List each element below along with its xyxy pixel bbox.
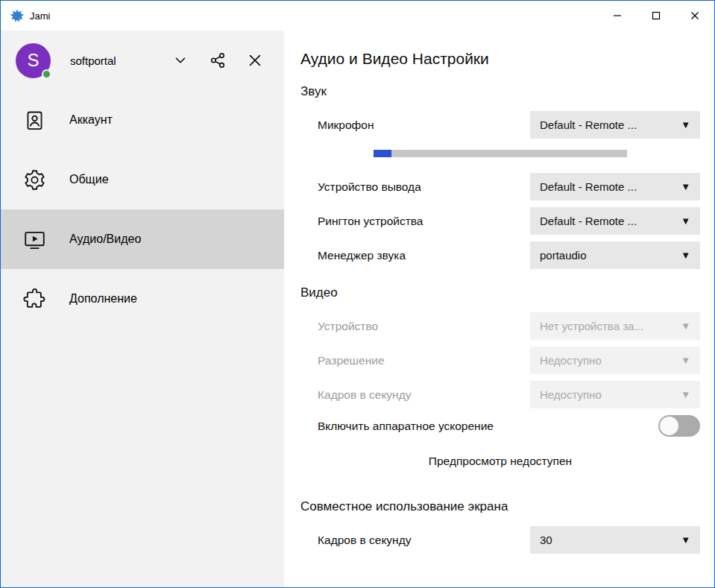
window-title: Jami xyxy=(30,10,50,22)
page-title: Аудио и Видео Настройки xyxy=(300,50,700,68)
screen-share-heading: Совместное использование экрана xyxy=(300,499,700,514)
chevron-down-icon: ▼ xyxy=(681,215,690,227)
audio-manager-label: Менеджер звука xyxy=(318,249,406,262)
window-body: S softportal xyxy=(1,31,714,588)
sidebar-item-plugin[interactable]: Дополнение xyxy=(1,269,284,329)
chevron-down-icon: ▼ xyxy=(681,355,690,366)
video-fps-select: Недоступно ▼ xyxy=(530,381,700,408)
video-device-row: Устройство Нет устройства за... ▼ xyxy=(300,312,700,340)
video-fps-value: Недоступно xyxy=(540,388,675,401)
sidebar-item-account[interactable]: Аккаунт xyxy=(1,90,284,150)
presence-indicator xyxy=(42,69,51,79)
minimize-button[interactable] xyxy=(598,1,637,31)
preview-unavailable-text: Предпросмотр недоступен xyxy=(300,455,700,468)
mic-level-fill xyxy=(374,150,391,157)
video-fps-label: Кадров в секунду xyxy=(318,388,411,402)
hw-accel-toggle[interactable] xyxy=(658,415,700,437)
avatar[interactable]: S xyxy=(16,43,51,78)
sidebar-item-label: Общие xyxy=(69,173,109,186)
resolution-select: Недоступно ▼ xyxy=(530,347,700,374)
video-device-select: Нет устройства за... ▼ xyxy=(530,312,700,340)
video-device-value: Нет устройства за... xyxy=(540,320,675,332)
close-settings-icon[interactable] xyxy=(247,52,263,69)
hw-accel-row: Включить аппаратное ускорение xyxy=(300,415,700,437)
microphone-select[interactable]: Default - Remote ... ▼ xyxy=(530,111,700,139)
account-actions xyxy=(172,52,263,69)
toggle-knob xyxy=(660,417,678,435)
jami-window: Jami S softportal xyxy=(0,0,715,588)
audio-manager-value: portaudio xyxy=(540,249,675,262)
avatar-letter: S xyxy=(27,50,39,71)
jami-logo-icon xyxy=(10,8,25,23)
chevron-down-icon: ▼ xyxy=(681,250,690,261)
audio-manager-row: Менеджер звука portaudio ▼ xyxy=(300,241,700,269)
screen-share-fps-select[interactable]: 30 ▼ xyxy=(530,526,700,554)
sidebar-item-general[interactable]: Общие xyxy=(1,150,284,209)
settings-content: Аудио и Видео Настройки Звук Микрофон De… xyxy=(284,31,714,588)
chevron-down-icon: ▼ xyxy=(681,534,690,546)
audio-manager-select[interactable]: portaudio ▼ xyxy=(530,241,700,269)
audio-section-heading: Звук xyxy=(300,84,700,99)
screen-share-fps-value: 30 xyxy=(540,534,675,546)
close-button[interactable] xyxy=(675,1,714,31)
titlebar: Jami xyxy=(1,1,714,31)
plugin-puzzle-icon xyxy=(23,288,48,311)
screen-share-fps-row: Кадров в секунду 30 ▼ xyxy=(300,526,700,554)
resolution-row: Разрешение Недоступно ▼ xyxy=(300,347,700,374)
chevron-down-icon: ▼ xyxy=(681,119,690,130)
share-icon[interactable] xyxy=(210,52,226,69)
account-name: softportal xyxy=(70,54,116,67)
chevron-down-icon: ▼ xyxy=(681,320,690,332)
settings-sidebar: S softportal xyxy=(1,31,284,588)
video-section-heading: Видео xyxy=(300,285,700,300)
mic-level-meter xyxy=(374,150,627,157)
ringtone-device-row: Рингтон устройства Default - Remote ... … xyxy=(300,207,700,235)
output-device-value: Default - Remote ... xyxy=(540,180,675,193)
ringtone-device-value: Default - Remote ... xyxy=(540,215,675,227)
chevron-down-icon: ▼ xyxy=(681,389,690,400)
sidebar-item-label: Дополнение xyxy=(69,292,137,306)
sidebar-item-label: Аудио/Видео xyxy=(69,233,141,246)
resolution-label: Разрешение xyxy=(318,354,385,367)
output-device-label: Устройство вывода xyxy=(318,180,421,194)
audio-video-icon xyxy=(23,228,48,251)
microphone-label: Микрофон xyxy=(318,118,374,132)
sidebar-item-label: Аккаунт xyxy=(69,113,113,127)
account-header: S softportal xyxy=(1,31,284,90)
microphone-row: Микрофон Default - Remote ... ▼ xyxy=(300,111,700,139)
chevron-down-icon: ▼ xyxy=(681,181,690,192)
video-device-label: Устройство xyxy=(318,320,378,333)
gear-icon xyxy=(23,168,48,192)
titlebar-left: Jami xyxy=(10,8,598,23)
resolution-value: Недоступно xyxy=(540,354,675,367)
microphone-value: Default - Remote ... xyxy=(540,118,675,131)
video-fps-row: Кадров в секунду Недоступно ▼ xyxy=(300,381,700,408)
settings-nav: Аккаунт Общие Аудио/Видео xyxy=(1,90,284,329)
output-device-row: Устройство вывода Default - Remote ... ▼ xyxy=(300,173,700,200)
ringtone-device-select[interactable]: Default - Remote ... ▼ xyxy=(530,207,700,235)
ringtone-device-label: Рингтон устройства xyxy=(318,215,423,228)
maximize-button[interactable] xyxy=(637,1,675,31)
hw-accel-label: Включить аппаратное ускорение xyxy=(318,420,494,433)
output-device-select[interactable]: Default - Remote ... ▼ xyxy=(530,173,700,200)
screen-share-fps-label: Кадров в секунду xyxy=(318,534,411,547)
sidebar-item-audio-video[interactable]: Аудио/Видео xyxy=(1,209,284,269)
account-card-icon xyxy=(23,109,48,132)
chevron-down-icon[interactable] xyxy=(172,52,189,69)
window-controls xyxy=(598,1,714,31)
